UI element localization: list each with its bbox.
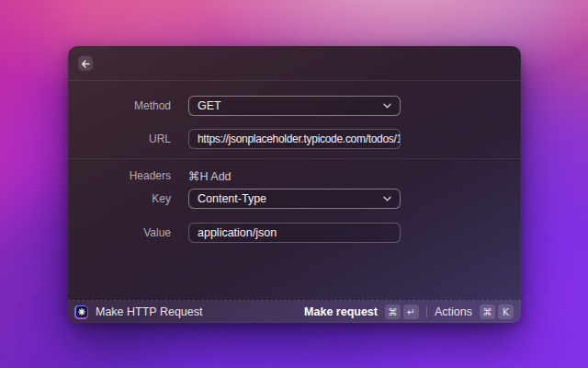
command-key-icon: ⌘ [480, 305, 495, 319]
desktop: Method GET URL https://jsonplaceholder.t… [0, 0, 588, 368]
key-value: Content-Type [198, 192, 266, 205]
method-label: Method [68, 99, 171, 112]
make-request-button[interactable]: Make request ⌘ ↵ [304, 305, 419, 319]
http-request-window: Method GET URL https://jsonplaceholder.t… [68, 46, 521, 323]
url-label: URL [68, 132, 171, 145]
url-value: https://jsonplaceholder.typicode.com/tod… [198, 132, 401, 145]
actions-menu-button[interactable]: Actions ⌘ K [435, 305, 514, 319]
value-value: application/json [198, 226, 277, 239]
headers-label: Headers [68, 169, 171, 182]
url-row: URL https://jsonplaceholder.typicode.com… [68, 129, 521, 149]
header-key-dropdown[interactable]: Content-Type [188, 189, 401, 209]
footer-actions: Make request ⌘ ↵ Actions ⌘ K [304, 305, 514, 319]
left-arrow-icon [81, 60, 90, 68]
method-row: Method GET [68, 96, 521, 116]
window-header [68, 46, 521, 80]
header-key-row: Key Content-Type [68, 189, 521, 209]
chevron-down-icon [383, 196, 391, 201]
add-header-action[interactable]: ⌘H Add [188, 169, 232, 183]
url-input[interactable]: https://jsonplaceholder.typicode.com/tod… [188, 129, 401, 149]
make-request-label: Make request [304, 305, 378, 318]
key-label: Key [68, 192, 171, 205]
header-value-row: Value application/json [68, 223, 521, 243]
request-form: Method GET URL https://jsonplaceholder.t… [68, 81, 521, 300]
footer-separator [426, 306, 427, 317]
headers-row: Headers ⌘H Add [68, 168, 521, 183]
actions-label: Actions [435, 305, 472, 318]
return-key-icon: ↵ [403, 305, 419, 319]
extension-asterisk-icon [74, 305, 88, 319]
chevron-down-icon [383, 103, 391, 109]
section-divider [68, 158, 521, 159]
method-value: GET [198, 99, 221, 112]
command-title: Make HTTP Request [96, 305, 202, 318]
action-bar: Make HTTP Request Make request ⌘ ↵ Actio… [68, 301, 521, 323]
header-value-input[interactable]: application/json [188, 223, 401, 243]
value-label: Value [68, 226, 171, 239]
command-key-icon: ⌘ [385, 305, 401, 319]
method-dropdown[interactable]: GET [188, 96, 401, 116]
back-button[interactable] [78, 56, 93, 71]
k-key-icon: K [498, 305, 514, 319]
